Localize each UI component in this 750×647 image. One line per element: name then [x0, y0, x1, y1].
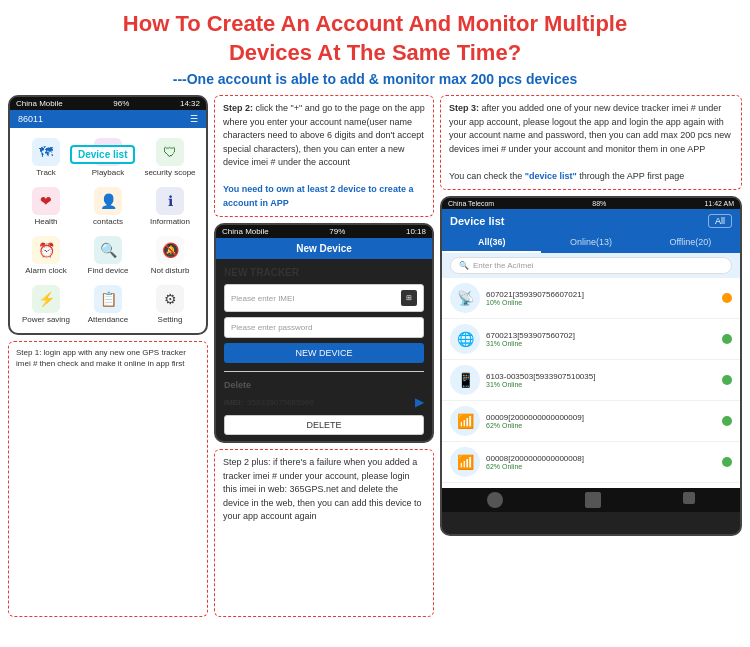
attendance-icon: 📋	[94, 285, 122, 313]
app-health[interactable]: ❤ Health	[16, 183, 76, 230]
step2-text: click the "+" and go to the page on the …	[223, 103, 425, 167]
qr-icon: ⊞	[401, 290, 417, 306]
tab-offline[interactable]: Offline(20)	[641, 233, 740, 253]
tab-online[interactable]: Online(13)	[541, 233, 640, 253]
phone2-mockup: China Mobile 79% 10:18 New Device NEW TR…	[214, 223, 434, 443]
contacts-label: contacts	[93, 217, 123, 226]
status-indicator	[722, 375, 732, 385]
step2plus-text: Step 2 plus: if there's a failure when y…	[223, 457, 422, 521]
phone2-form: NEW TRACKER Please enter IMEI ⊞ Please e…	[216, 259, 432, 443]
list-item[interactable]: 🌐 6700213[593907560702] 31% Online	[442, 319, 740, 360]
imei-value: 359339075685966	[247, 398, 411, 407]
status-indicator	[722, 293, 732, 303]
app-track[interactable]: 🗺 Track	[16, 134, 76, 181]
back-btn[interactable]	[487, 492, 503, 508]
phone1-number: 86011	[18, 114, 43, 124]
device-avatar: 📶	[450, 406, 480, 436]
device-id: 00009[2000000000000009]	[486, 413, 716, 422]
search-box[interactable]: 🔍 Enter the Ac/imei	[450, 257, 732, 274]
device-info: 00008[2000000000000008] 62% Online	[486, 454, 716, 470]
phone1-top-bar: 86011 ☰	[10, 110, 206, 128]
phone2-battery: 79%	[329, 227, 345, 236]
new-tracker-label: NEW TRACKER	[224, 267, 424, 278]
delete-button[interactable]: DELETE	[224, 415, 424, 435]
list-item[interactable]: 📱 6103-003503[5933907510035] 31% Online	[442, 360, 740, 401]
device-info: 6103-003503[5933907510035] 31% Online	[486, 372, 716, 388]
setting-icon: ⚙	[156, 285, 184, 313]
device-id: 00008[2000000000000008]	[486, 454, 716, 463]
step3-note: You can check the "device list" through …	[449, 171, 684, 181]
app-power[interactable]: ⚡ Power saving	[16, 281, 76, 328]
search-placeholder: Enter the Ac/imei	[473, 261, 533, 270]
device-id: 6103-003503[5933907510035]	[486, 372, 716, 381]
attendance-label: Attendance	[88, 315, 128, 324]
recent-btn[interactable]	[683, 492, 695, 504]
main-content: Device list China Mobile 96% 14:32 86011…	[0, 91, 750, 621]
device-id: 6700213[593907560702]	[486, 331, 716, 340]
device-avatar: 📡	[450, 283, 480, 313]
all-button[interactable]: All	[708, 214, 732, 228]
app-security[interactable]: 🛡 security scope	[140, 134, 200, 181]
list-item[interactable]: 📡 607021[359390756607021] 10% Online	[442, 278, 740, 319]
app-nodisturb[interactable]: 🔕 Not disturb	[140, 232, 200, 279]
health-icon: ❤	[32, 187, 60, 215]
find-label: Find device	[88, 266, 129, 275]
imei-row: IMEI: 359339075685966 ▶	[224, 395, 424, 409]
setting-label: Setting	[158, 315, 183, 324]
imei-input[interactable]: Please enter IMEI ⊞	[224, 284, 424, 312]
right-column: Step 3: after you added one of your new …	[440, 95, 742, 617]
list-item[interactable]: 📶 00008[2000000000000008] 62% Online	[442, 442, 740, 483]
search-icon: 🔍	[459, 261, 469, 270]
password-placeholder: Please enter password	[231, 323, 312, 332]
step1-box: Step 1: login app with any new one GPS t…	[8, 341, 208, 617]
phone1-nav-bar	[10, 334, 206, 335]
step2-title: Step 2:	[223, 103, 253, 113]
phone4-battery: 88%	[592, 200, 606, 207]
imei-placeholder: Please enter IMEI	[231, 294, 295, 303]
app-attendance[interactable]: 📋 Attendance	[78, 281, 138, 328]
password-input[interactable]: Please enter password	[224, 317, 424, 338]
device-status: 62% Online	[486, 463, 716, 470]
playback-label: Playback	[92, 168, 124, 177]
phone4-carrier: China Telecom	[448, 200, 494, 207]
power-label: Power saving	[22, 315, 70, 324]
app-setting[interactable]: ⚙ Setting	[140, 281, 200, 328]
menu-icon[interactable]: ☰	[190, 114, 198, 124]
left-column: Device list China Mobile 96% 14:32 86011…	[8, 95, 208, 617]
new-device-button[interactable]: NEW DEVICE	[224, 343, 424, 363]
status-indicator	[722, 457, 732, 467]
info-icon: ℹ	[156, 187, 184, 215]
phone1-status-bar: China Mobile 96% 14:32	[10, 97, 206, 110]
home-btn[interactable]	[585, 492, 601, 508]
app-alarm[interactable]: ⏰ Alarm clock	[16, 232, 76, 279]
contacts-icon: 👤	[94, 187, 122, 215]
health-label: Health	[34, 217, 57, 226]
status-indicator	[722, 416, 732, 426]
navigate-arrow-icon: ▶	[415, 395, 424, 409]
page-subtitle: ---One account is able to add & monitor …	[20, 71, 730, 87]
phone2-time: 10:18	[406, 227, 426, 236]
find-icon: 🔍	[94, 236, 122, 264]
page-title: How To Create An Account And Monitor Mul…	[20, 10, 730, 67]
nodisturb-label: Not disturb	[151, 266, 190, 275]
phone1-battery: 96%	[113, 99, 129, 108]
info-label: Information	[150, 217, 190, 226]
device-info: 6700213[593907560702] 31% Online	[486, 331, 716, 347]
app-contacts[interactable]: 👤 contacts	[78, 183, 138, 230]
device-avatar: 📱	[450, 365, 480, 395]
list-item[interactable]: 📶 00009[2000000000000009] 62% Online	[442, 401, 740, 442]
phone4-status-bar: China Telecom 88% 11:42 AM	[442, 198, 740, 209]
device-info: 00009[2000000000000009] 62% Online	[486, 413, 716, 429]
device-status: 31% Online	[486, 340, 716, 347]
step1-text: Step 1: login app with any new one GPS t…	[16, 348, 186, 368]
app-find[interactable]: 🔍 Find device	[78, 232, 138, 279]
device-avatar: 📶	[450, 447, 480, 477]
phone4-search: 🔍 Enter the Ac/imei	[442, 253, 740, 278]
security-icon: 🛡	[156, 138, 184, 166]
app-info[interactable]: ℹ Information	[140, 183, 200, 230]
delete-section: Delete IMEI: 359339075685966 ▶ DELETE	[224, 380, 424, 435]
step3-box: Step 3: after you added one of your new …	[440, 95, 742, 190]
step2-box: Step 2: click the "+" and go to the page…	[214, 95, 434, 217]
phone4-mockup: China Telecom 88% 11:42 AM Device list A…	[440, 196, 742, 536]
tab-all[interactable]: All(36)	[442, 233, 541, 253]
